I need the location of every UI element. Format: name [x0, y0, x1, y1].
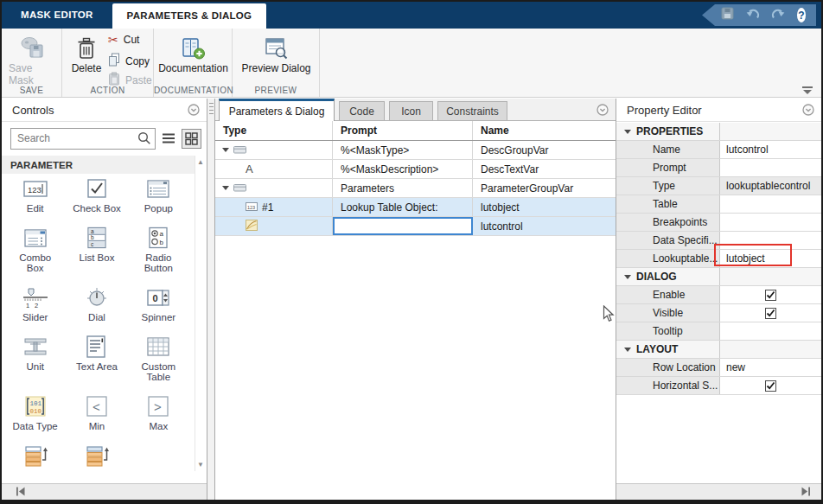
property-row-data-specifi[interactable]: Data Specifi... — [616, 232, 821, 250]
name-cell[interactable]: lutobject — [473, 198, 616, 216]
undo-icon[interactable] — [745, 8, 760, 23]
property-row-lookuptable[interactable]: Lookuptable...lutobject — [616, 250, 821, 268]
checkbox-checked-icon[interactable] — [765, 380, 776, 392]
checkbox-checked-icon[interactable] — [765, 290, 776, 301]
control-item-data-type[interactable]: 101010Data Type — [5, 394, 65, 431]
property-row-prompt[interactable]: Prompt — [616, 159, 821, 177]
prompt-cell-editing[interactable] — [333, 217, 473, 235]
delete-button[interactable]: Delete — [67, 33, 105, 74]
section-expander-icon[interactable] — [624, 275, 631, 279]
type-cell[interactable]: 123#1 — [215, 198, 333, 216]
control-item-popup[interactable]: Popup — [129, 176, 188, 214]
save-mask-button[interactable]: Save Mask — [9, 33, 55, 86]
documentation-button[interactable]: Documentation — [156, 33, 230, 74]
collapse-editor-icon[interactable] — [597, 104, 609, 116]
control-item-text-area[interactable]: Text Area — [67, 335, 126, 382]
save-icon[interactable] — [721, 7, 734, 23]
control-item-dial[interactable]: Dial — [67, 285, 126, 322]
control-item-slider[interactable]: 12Slider — [5, 285, 65, 322]
collapse-panel-icon[interactable] — [188, 104, 200, 116]
panel-splitter[interactable] — [207, 99, 215, 500]
property-value[interactable] — [720, 322, 821, 340]
grid-view-button[interactable] — [182, 129, 201, 149]
tab-parameters-dialog[interactable]: Parameters & Dialog — [219, 99, 335, 121]
dock-left-icon[interactable] — [16, 484, 26, 500]
type-cell[interactable] — [215, 179, 333, 197]
control-item-min[interactable]: <Min — [67, 394, 126, 431]
control-item-max[interactable]: >Max — [129, 394, 188, 431]
table-row[interactable]: 123#1Lookup Table Object:lutobject — [215, 198, 616, 217]
property-row-type[interactable]: Typelookuptablecontrol — [616, 177, 821, 195]
type-cell[interactable]: A — [215, 160, 333, 178]
scroll-up-icon[interactable]: ▲ — [197, 158, 204, 166]
column-header-name[interactable]: Name — [473, 121, 616, 140]
control-item-edit[interactable]: 123Edit — [5, 176, 65, 214]
preview-dialog-button[interactable]: Preview Dialog — [239, 33, 313, 74]
checkbox-checked-icon[interactable] — [765, 308, 776, 319]
property-value[interactable]: lookuptablecontrol — [720, 177, 821, 195]
name-cell[interactable]: ParameterGroupVar — [473, 179, 616, 197]
property-checkbox-cell[interactable] — [720, 304, 821, 322]
property-row-name[interactable]: Namelutcontrol — [616, 141, 821, 159]
column-header-prompt[interactable]: Prompt — [333, 121, 473, 140]
property-checkbox-cell[interactable] — [720, 286, 821, 303]
property-section-layout[interactable]: LAYOUT — [616, 341, 821, 359]
name-cell[interactable]: lutcontrol — [473, 217, 616, 235]
control-item-radio-button[interactable]: abRadio Button — [129, 226, 188, 273]
control-item-check-box[interactable]: Check Box — [67, 176, 126, 214]
name-cell[interactable]: DescGroupVar — [473, 141, 616, 159]
property-row-tooltip[interactable]: Tooltip — [616, 322, 821, 341]
property-value[interactable] — [720, 232, 821, 249]
prompt-cell[interactable]: Lookup Table Object: — [333, 198, 473, 216]
table-row[interactable]: %<MaskType>DescGroupVar — [215, 141, 616, 160]
property-value[interactable] — [720, 195, 821, 213]
property-section-dialog[interactable]: DIALOG — [616, 268, 821, 286]
minimize-ribbon-icon[interactable] — [802, 86, 813, 94]
name-cell[interactable]: DescTextVar — [473, 160, 616, 178]
list-view-button[interactable] — [162, 132, 175, 144]
controls-scrollbar[interactable]: ▲ ▼ — [195, 156, 206, 471]
property-row-row-location[interactable]: Row Locationnew — [616, 359, 821, 377]
prompt-cell[interactable]: %<MaskType> — [333, 141, 473, 159]
control-item-unit[interactable]: Unit — [5, 335, 65, 382]
property-value[interactable] — [720, 214, 821, 231]
dock-right-icon[interactable] — [801, 484, 811, 500]
prompt-cell[interactable]: %<MaskDescription> — [333, 160, 473, 178]
property-checkbox-cell[interactable] — [720, 377, 821, 394]
property-row-table[interactable]: Table — [616, 195, 821, 214]
table-row[interactable]: A%<MaskDescription>DescTextVar — [215, 160, 616, 179]
help-icon[interactable]: ? — [797, 8, 806, 22]
type-cell[interactable] — [215, 141, 333, 159]
property-value[interactable]: new — [720, 359, 821, 376]
redo-icon[interactable] — [771, 8, 786, 23]
control-item-custom-table[interactable]: Custom Table — [129, 335, 188, 382]
tab-code[interactable]: Code — [339, 101, 385, 120]
tab-icon[interactable]: Icon — [389, 101, 433, 120]
column-header-type[interactable]: Type — [215, 121, 333, 140]
section-expander-icon[interactable] — [624, 348, 631, 352]
type-cell[interactable] — [215, 217, 333, 235]
tab-mask-editor[interactable]: MASK EDITOR — [2, 2, 112, 29]
control-item-list-box[interactable]: abcList Box — [67, 226, 126, 273]
tab-parameters-dialog[interactable]: PARAMETERS & DIALOG — [112, 3, 267, 29]
property-section-properties[interactable]: PROPERTIES — [616, 123, 821, 141]
control-item-promote-all-control-icon[interactable] — [67, 443, 126, 468]
expander-icon[interactable] — [222, 148, 229, 152]
control-item-combo-box[interactable]: Combo Box — [5, 226, 65, 273]
copy-button[interactable]: Copy — [108, 53, 150, 69]
section-expander-icon[interactable] — [624, 130, 631, 134]
property-row-breakpoints[interactable]: Breakpoints — [616, 214, 821, 232]
property-value[interactable]: lutobject — [720, 250, 821, 267]
control-item-spinner[interactable]: 0Spinner — [129, 285, 188, 322]
property-row-enable[interactable]: Enable — [616, 286, 821, 304]
prompt-cell[interactable]: Parameters — [333, 179, 473, 197]
collapse-property-editor-icon[interactable] — [802, 104, 814, 116]
scroll-down-icon[interactable]: ▼ — [197, 461, 204, 469]
property-row-visible[interactable]: Visible — [616, 304, 821, 322]
property-value[interactable]: lutcontrol — [720, 141, 821, 158]
tab-constraints[interactable]: Constraints — [437, 101, 507, 120]
property-row-horizontal-s[interactable]: Horizontal S... — [616, 377, 821, 395]
property-value[interactable] — [720, 159, 821, 176]
control-item-promote-control-icon[interactable] — [5, 443, 65, 468]
search-input[interactable] — [10, 128, 156, 150]
